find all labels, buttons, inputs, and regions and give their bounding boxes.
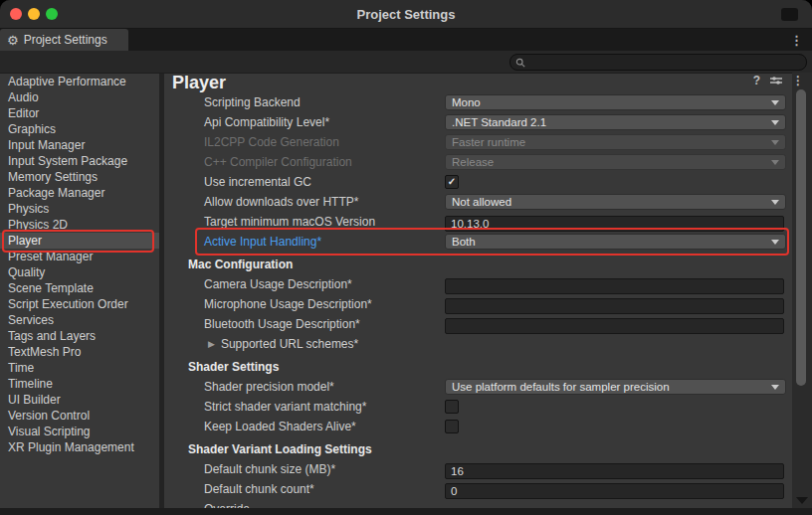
search-box[interactable] (509, 54, 807, 71)
gear-icon: ⚙ (7, 34, 19, 47)
dropdown-value: Not allowed (452, 196, 511, 208)
sidebar-item-physics[interactable]: Physics (0, 201, 159, 217)
camera-usage-row: Camera Usage Description* (164, 274, 792, 294)
dropdown-value: .NET Standard 2.1 (452, 116, 546, 128)
sidebar-item-services[interactable]: Services (0, 312, 159, 328)
microphone-usage-row: Microphone Usage Description* (164, 294, 792, 314)
player-settings-panel: Player Scripting Backend Mono Api Compat… (164, 73, 792, 510)
api-compatibility-dropdown[interactable]: .NET Standard 2.1 (445, 114, 786, 130)
shader-precision-row: Shader precision model* Use platform def… (164, 377, 792, 397)
shader-settings-section: Shader Settings (164, 357, 792, 377)
cpp-compiler-configuration-dropdown: Release (445, 154, 786, 170)
setting-label: Target minimum macOS Version (204, 212, 375, 232)
sidebar-item-tags-and-layers[interactable]: Tags and Layers (0, 328, 159, 344)
sidebar-item-script-execution-order[interactable]: Script Execution Order (0, 296, 159, 312)
scroll-down-icon[interactable] (796, 497, 808, 504)
supported-url-schemes-row: ▶ Supported URL schemes* (164, 334, 792, 354)
shader-precision-dropdown[interactable]: Use platform defaults for sampler precis… (445, 379, 786, 395)
search-input[interactable] (529, 57, 791, 69)
supported-url-schemes-foldout[interactable]: ▶ Supported URL schemes* (208, 334, 358, 354)
page-title: Player (172, 73, 226, 93)
il2cpp-code-generation-row: IL2CPP Code Generation Faster runtime (164, 132, 792, 152)
sidebar-item-graphics[interactable]: Graphics (0, 121, 159, 137)
tab-project-settings[interactable]: ⚙ Project Settings (0, 29, 128, 51)
default-chunk-size-field[interactable] (445, 463, 784, 479)
sidebar-item-editor[interactable]: Editor (0, 105, 159, 121)
sidebar-item-textmesh-pro[interactable]: TextMesh Pro (0, 344, 159, 360)
tabstrip-kebab-icon[interactable]: ⋮ (790, 29, 803, 51)
setting-label: C++ Compiler Configuration (204, 152, 352, 172)
setting-label: Allow downloads over HTTP* (204, 192, 358, 212)
sidebar-item-time[interactable]: Time (0, 360, 159, 376)
use-incremental-gc-checkbox[interactable]: ✓ (445, 175, 459, 189)
dropdown-arrow-icon (771, 385, 779, 390)
sidebar-item-quality[interactable]: Quality (0, 264, 159, 280)
sidebar-item-visual-scripting[interactable]: Visual Scripting (0, 424, 159, 439)
sidebar-item-ui-builder[interactable]: UI Builder (0, 392, 159, 408)
camera-usage-field[interactable] (445, 278, 784, 294)
active-input-handling-dropdown[interactable]: Both (445, 234, 786, 250)
section-header: Shader Variant Loading Settings (188, 439, 372, 459)
sidebar-item-scene-template[interactable]: Scene Template (0, 280, 159, 296)
titlebar-tabs-icon[interactable] (781, 8, 798, 21)
sidebar-item-physics-2d[interactable]: Physics 2D (0, 217, 159, 233)
panel-header: Player (164, 73, 792, 92)
sidebar-item-adaptive-performance[interactable]: Adaptive Performance (0, 74, 159, 89)
help-icon[interactable]: ? (753, 75, 760, 86)
setting-label: Api Compatibility Level* (204, 112, 329, 132)
setting-label: Use incremental GC (204, 172, 311, 192)
dropdown-arrow-icon (771, 100, 779, 105)
sidebar-item-preset-manager[interactable]: Preset Manager (0, 249, 159, 264)
panel-header-icons: ? ⋮ (753, 75, 804, 86)
sidebar-item-player[interactable]: Player (0, 233, 159, 249)
active-input-handling-row: Active Input Handling* Both (164, 232, 792, 252)
dropdown-arrow-icon (771, 120, 779, 125)
window-title: Project Settings (0, 0, 812, 28)
mac-configuration-section: Mac Configuration (164, 255, 792, 274)
bluetooth-usage-field[interactable] (445, 318, 784, 334)
sidebar-item-xr-plugin-management[interactable]: XR Plugin Management (0, 439, 159, 455)
sidebar-item-audio[interactable]: Audio (0, 89, 159, 105)
strict-shader-variant-checkbox[interactable] (445, 400, 459, 414)
settings-category-list: Adaptive Performance Audio Editor Graphi… (0, 74, 159, 508)
microphone-usage-field[interactable] (445, 298, 784, 314)
target-macos-version-row: Target minimum macOS Version (164, 212, 792, 232)
sidebar-item-version-control[interactable]: Version Control (0, 408, 159, 424)
default-chunk-count-field[interactable] (445, 483, 784, 499)
allow-downloads-http-row: Allow downloads over HTTP* Not allowed (164, 192, 792, 212)
presets-icon[interactable] (769, 75, 783, 86)
panel-kebab-icon[interactable]: ⋮ (792, 75, 804, 86)
keep-loaded-shaders-checkbox[interactable] (445, 420, 459, 433)
sidebar-item-timeline[interactable]: Timeline (0, 376, 159, 392)
setting-label: Default chunk size (MB)* (204, 459, 335, 479)
sidebar-item-memory-settings[interactable]: Memory Settings (0, 169, 159, 185)
section-header: Mac Configuration (188, 255, 293, 274)
scripting-backend-dropdown[interactable]: Mono (445, 94, 786, 110)
scrollbar-thumb[interactable] (796, 89, 806, 386)
foldout-arrow-icon: ▶ (208, 339, 215, 349)
tab-strip: ⚙ Project Settings ⋮ (0, 29, 812, 51)
dropdown-arrow-icon (771, 240, 779, 245)
setting-label: Microphone Usage Description* (204, 294, 372, 314)
checkbox-check-icon: ✓ (448, 177, 456, 187)
default-chunk-size-row: Default chunk size (MB)* (164, 459, 792, 479)
dropdown-value: Faster runtime (452, 136, 525, 148)
vertical-scrollbar[interactable] (792, 73, 812, 508)
sidebar-item-input-system-package[interactable]: Input System Package (0, 153, 159, 169)
bluetooth-usage-row: Bluetooth Usage Description* (164, 314, 792, 334)
default-chunk-count-row: Default chunk count* (164, 479, 792, 499)
dropdown-value: Mono (452, 96, 481, 108)
shader-variant-loading-section: Shader Variant Loading Settings (164, 439, 792, 459)
project-settings-window: Project Settings ⚙ Project Settings ⋮ Ad… (0, 0, 812, 515)
setting-label: Default chunk count* (204, 479, 314, 499)
use-incremental-gc-row: Use incremental GC ✓ (164, 172, 792, 192)
setting-label: Active Input Handling* (204, 232, 321, 252)
sidebar-item-package-manager[interactable]: Package Manager (0, 185, 159, 201)
sidebar-item-input-manager[interactable]: Input Manager (0, 137, 159, 153)
target-macos-version-field[interactable] (445, 216, 784, 232)
setting-label: Scripting Backend (204, 92, 301, 112)
dropdown-arrow-icon (771, 140, 779, 145)
dropdown-value: Both (452, 236, 476, 248)
allow-downloads-http-dropdown[interactable]: Not allowed (445, 194, 786, 210)
setting-label: Bluetooth Usage Description* (204, 314, 360, 334)
